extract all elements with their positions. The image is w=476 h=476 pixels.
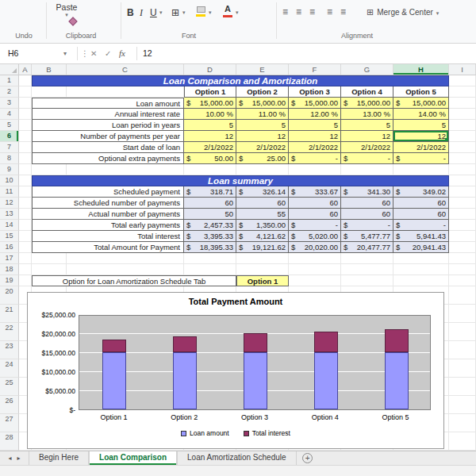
cell-B16[interactable]: Total Amount for Payment — [32, 242, 184, 253]
row-header-24[interactable]: 24 — [0, 359, 19, 378]
option-selector-label[interactable]: Option for Loan Amortization Schedule Ta… — [32, 275, 236, 286]
cell-E17[interactable] — [236, 253, 289, 264]
cell-E13[interactable]: 55 — [236, 209, 289, 220]
cell-D11[interactable]: $318.71 — [184, 186, 236, 198]
cell-D17[interactable] — [184, 253, 236, 264]
cell-G17[interactable] — [341, 253, 393, 264]
col-header-B[interactable]: B — [32, 64, 67, 75]
cell-D15[interactable]: $3,395.33 — [184, 231, 236, 242]
font-color-button[interactable]: A — [222, 5, 233, 19]
cell-B12[interactable]: Scheduled number of payments — [32, 198, 184, 209]
cell-G4[interactable]: 13.00 % — [341, 109, 393, 120]
cell-H2[interactable]: Option 5 — [393, 86, 449, 98]
cell-F16[interactable]: $20,020.00 — [289, 242, 341, 253]
cell-I16[interactable] — [449, 242, 476, 253]
cell-A8[interactable] — [19, 153, 32, 164]
cell-A17[interactable] — [19, 253, 32, 264]
sheet-tab-begin-here[interactable]: Begin Here — [29, 451, 89, 465]
cell-A2[interactable] — [19, 86, 32, 98]
cell-A7[interactable] — [19, 142, 32, 153]
cell-F7[interactable]: 2/1/2022 — [289, 142, 341, 153]
cell-B13[interactable]: Actual number of payments — [32, 209, 184, 220]
cell-G18[interactable] — [341, 264, 393, 275]
cell-D6[interactable]: 12 — [184, 131, 236, 142]
row-header-10[interactable]: 10 — [0, 175, 19, 186]
cell-D5[interactable]: 5 — [184, 120, 236, 131]
chevron-down-icon[interactable]: ▾ — [159, 10, 163, 16]
row-header-18[interactable]: 18 — [0, 264, 19, 275]
cell-C18[interactable] — [67, 264, 184, 275]
cell-H18[interactable] — [393, 264, 449, 275]
cell-F11[interactable]: $333.67 — [289, 186, 341, 198]
row-header-15[interactable]: 15 — [0, 231, 19, 242]
cell-G2[interactable]: Option 4 — [341, 86, 393, 98]
row-header-7[interactable]: 7 — [0, 142, 19, 153]
cell-I24[interactable] — [449, 359, 476, 378]
cell-D13[interactable]: 50 — [184, 209, 236, 220]
cell-D16[interactable]: $18,395.33 — [184, 242, 236, 253]
cell-I6[interactable] — [449, 131, 476, 142]
cell-I4[interactable] — [449, 109, 476, 120]
cell-I12[interactable] — [449, 198, 476, 209]
tab-scroll-right-icon[interactable]: ▸ — [17, 455, 21, 462]
chart-total-payment-amount[interactable]: Total Payment Amount Loan amountTotal in… — [27, 292, 444, 449]
cell-H5[interactable]: 5 — [393, 120, 449, 131]
bold-button[interactable]: B — [127, 6, 134, 19]
row-header-5[interactable]: 5 — [0, 120, 19, 131]
formula-input[interactable]: 12 — [143, 44, 152, 63]
cell-H13[interactable]: 60 — [393, 209, 449, 220]
cell-I25[interactable] — [449, 378, 476, 396]
cell-G9[interactable] — [341, 164, 393, 175]
col-header-D[interactable]: D — [184, 64, 236, 75]
cell-E6[interactable]: 12 — [236, 131, 289, 142]
chevron-down-icon[interactable]: ▾ — [236, 10, 239, 16]
row-header-9[interactable]: 9 — [0, 164, 19, 175]
col-header-G[interactable]: G — [341, 64, 393, 75]
row-header-11[interactable]: 11 — [0, 186, 19, 198]
cell-A12[interactable] — [19, 198, 32, 209]
cell-H15[interactable]: $5,941.43 — [393, 231, 449, 242]
row-header-14[interactable]: 14 — [0, 220, 19, 231]
borders-button[interactable]: ⊞ — [171, 6, 179, 19]
cell-E4[interactable]: 11.00 % — [236, 109, 289, 120]
cell-A4[interactable] — [19, 109, 32, 120]
cell-B8[interactable]: Optional extra payments — [32, 153, 184, 164]
cell-E18[interactable] — [236, 264, 289, 275]
row-header-8[interactable]: 8 — [0, 153, 19, 164]
cell-G13[interactable]: 60 — [341, 209, 393, 220]
cell-B9[interactable] — [32, 164, 67, 175]
col-header-C[interactable]: C — [67, 64, 184, 75]
cell-F14[interactable]: $- — [289, 220, 341, 231]
cell-H14[interactable]: $- — [393, 220, 449, 231]
row-header-26[interactable]: 26 — [0, 396, 19, 414]
cell-F19[interactable] — [289, 275, 341, 286]
cell-H17[interactable] — [393, 253, 449, 264]
fill-color-button[interactable] — [195, 6, 206, 19]
cell-E7[interactable]: 2/1/2022 — [236, 142, 289, 153]
row-header-3[interactable]: 3 — [0, 98, 19, 109]
italic-button[interactable]: I — [140, 6, 143, 19]
cell-A6[interactable] — [19, 131, 32, 142]
row-header-27[interactable]: 27 — [0, 414, 19, 432]
cell-C17[interactable] — [67, 253, 184, 264]
cell-F5[interactable]: 5 — [289, 120, 341, 131]
cell-G12[interactable]: 60 — [341, 198, 393, 209]
chevron-down-icon[interactable]: ▾ — [182, 10, 186, 16]
select-all-corner[interactable] — [0, 64, 19, 75]
cell-F17[interactable] — [289, 253, 341, 264]
row-header-6[interactable]: 6 — [0, 131, 19, 142]
cell-F2[interactable]: Option 3 — [289, 86, 341, 98]
new-sheet-button[interactable]: + — [297, 451, 319, 465]
cell-D14[interactable]: $2,457.33 — [184, 220, 236, 231]
cell-E8[interactable]: $25.00 — [236, 153, 289, 164]
underline-button[interactable]: U — [150, 6, 157, 19]
cell-E9[interactable] — [236, 164, 289, 175]
cell-I15[interactable] — [449, 231, 476, 242]
cell-H6[interactable]: 12 — [393, 131, 449, 142]
cell-E2[interactable]: Option 2 — [236, 86, 289, 98]
row-header-23[interactable]: 23 — [0, 341, 19, 359]
increase-indent-button[interactable]: ≡ — [340, 6, 346, 17]
cell-F4[interactable]: 12.00 % — [289, 109, 341, 120]
cell-G16[interactable]: $20,477.77 — [341, 242, 393, 253]
cell-A18[interactable] — [19, 264, 32, 275]
